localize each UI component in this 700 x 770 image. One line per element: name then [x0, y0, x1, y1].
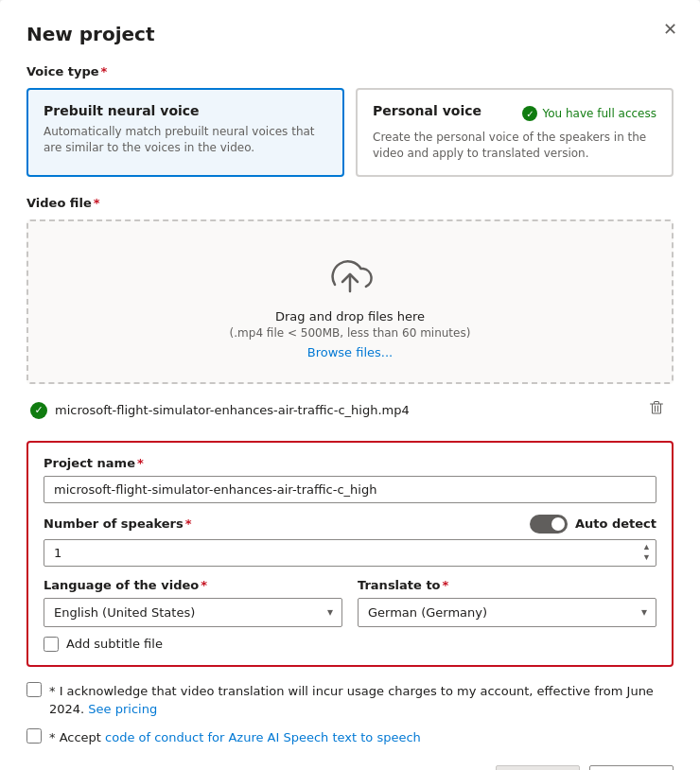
language-group: Language of the video * English (United … [44, 578, 342, 627]
prebuilt-voice-title: Prebuilt neural voice [44, 103, 327, 118]
prebuilt-voice-desc: Automatically match prebuilt neural voic… [44, 124, 327, 156]
personal-voice-title: Personal voice [373, 103, 481, 118]
video-file-section: Video file* Drag and drop files here (.m… [26, 196, 674, 428]
ack-text-2: * Accept [49, 730, 105, 744]
subtitle-label: Add subtitle file [66, 637, 163, 651]
auto-detect-toggle[interactable] [530, 515, 568, 534]
voice-card-prebuilt[interactable]: Prebuilt neural voice Automatically matc… [26, 88, 344, 177]
upload-cloud-icon [47, 252, 653, 300]
dialog-footer: Create Cancel [26, 765, 674, 770]
voice-card-personal[interactable]: Personal voice ✓ You have full access Cr… [356, 88, 674, 177]
uploaded-file-item: ✓ microsoft-flight-simulator-enhances-ai… [26, 394, 674, 428]
subtitle-row: Add subtitle file [44, 637, 656, 652]
upload-hint: (.mp4 file < 500MB, less than 60 minutes… [47, 326, 653, 340]
check-circle-icon: ✓ [522, 106, 537, 121]
language-select[interactable]: English (United States) [44, 598, 342, 627]
drag-drop-text: Drag and drop files here [47, 309, 653, 324]
acknowledge-checkbox-2[interactable] [26, 728, 42, 744]
dialog-title: New project [26, 23, 674, 45]
acknowledge-row-2: * Accept code of conduct for Azure AI Sp… [26, 728, 674, 747]
see-pricing-link[interactable]: See pricing [88, 702, 157, 716]
subtitle-checkbox[interactable] [44, 637, 59, 652]
translate-to-group: Translate to * German (Germany) ▾ [358, 578, 656, 627]
upload-dropzone[interactable]: Drag and drop files here (.mp4 file < 50… [26, 219, 674, 384]
file-name-text: microsoft-flight-simulator-enhances-air-… [55, 403, 410, 417]
translate-to-select[interactable]: German (Germany) [358, 598, 656, 627]
cancel-button[interactable]: Cancel [589, 765, 674, 770]
create-button[interactable]: Create [496, 765, 580, 770]
code-of-conduct-link[interactable]: code of conduct for Azure AI Speech text… [105, 730, 421, 744]
speakers-group: Number of speakers * Auto detect ▲ ▼ [44, 515, 656, 567]
browse-files-link[interactable]: Browse files... [307, 345, 393, 359]
speakers-input[interactable] [44, 539, 656, 567]
project-name-group: Project name * [44, 456, 656, 503]
delete-file-button[interactable] [643, 399, 670, 422]
personal-voice-desc: Create the personal voice of the speaker… [373, 130, 656, 162]
acknowledge-checkbox-1[interactable] [26, 682, 42, 697]
voice-type-label: Voice type* [26, 64, 674, 79]
speakers-decrement[interactable]: ▼ [639, 552, 655, 563]
voice-type-options: Prebuilt neural voice Automatically matc… [26, 88, 674, 177]
speakers-increment[interactable]: ▲ [639, 542, 655, 552]
language-row: Language of the video * English (United … [44, 578, 656, 627]
close-button[interactable]: ✕ [659, 17, 681, 42]
video-file-label: Video file* [26, 196, 674, 210]
auto-detect-row: Auto detect [530, 515, 656, 534]
full-access-badge: ✓ You have full access [522, 106, 656, 121]
project-name-input[interactable] [44, 476, 656, 503]
acknowledge-row-1: * I acknowledge that video translation w… [26, 682, 674, 719]
acknowledgements-section: * I acknowledge that video translation w… [26, 682, 674, 747]
project-fields-section: Project name * Number of speakers * Auto… [26, 441, 674, 667]
new-project-dialog: New project ✕ Voice type* Prebuilt neura… [0, 0, 700, 770]
file-check-icon: ✓ [30, 402, 47, 419]
